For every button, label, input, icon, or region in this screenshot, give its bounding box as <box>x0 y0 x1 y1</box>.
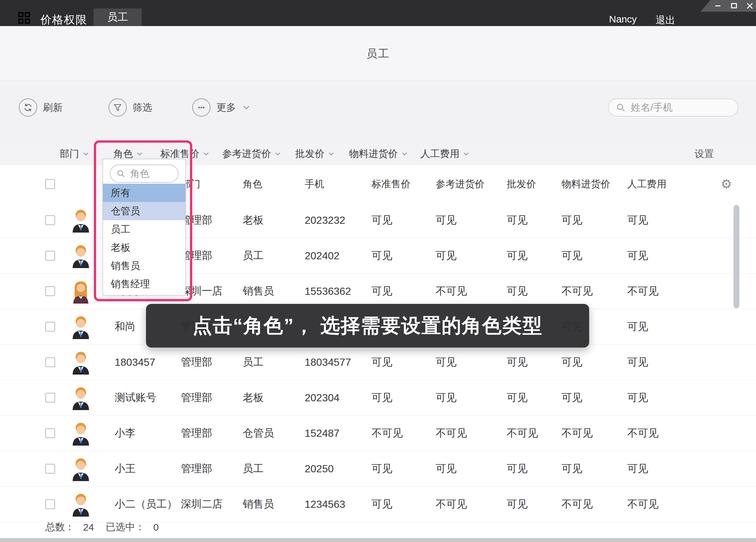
logout-button[interactable]: 退出 <box>656 14 675 27</box>
perm-value: 不可见 <box>507 426 538 440</box>
chevron-down-icon <box>402 152 407 156</box>
role-option-员工[interactable]: 员工 <box>103 220 185 239</box>
employee-role: 销售员 <box>243 497 274 511</box>
table-row[interactable]: 1803457 管理部 员工 18034577 可见 可见 可见 可见 可见 <box>0 344 756 380</box>
row-checkbox[interactable] <box>45 251 55 261</box>
close-button[interactable] <box>746 3 753 9</box>
row-checkbox[interactable] <box>45 393 55 403</box>
employee-name: 小李 <box>115 426 136 440</box>
user-name[interactable]: Nancy <box>609 14 637 25</box>
row-checkbox[interactable] <box>45 357 55 367</box>
filter-批发价[interactable]: 批发价 <box>295 147 334 161</box>
role-option-仓管员[interactable]: 仓管员 <box>103 202 185 220</box>
tab-employees[interactable]: 员工 <box>94 8 142 26</box>
employee-dept: 管理部 <box>181 390 212 405</box>
perm-value: 可见 <box>507 355 528 369</box>
table-row[interactable]: 小二（员工） 深圳二店 销售员 1234563 可见 不可见 可见 不可见 不可… <box>0 487 756 522</box>
filter-标准售价[interactable]: 标准售价 <box>160 147 209 161</box>
employee-name: 小王 <box>115 461 136 476</box>
role-option-list: 所有仓管员员工老板销售员销售经理 <box>103 184 185 293</box>
employee-role: 老板 <box>243 390 264 405</box>
perm-value: 可见 <box>507 249 528 263</box>
column-header-material_price: 物料进货价 <box>561 177 610 191</box>
row-checkbox[interactable] <box>45 322 55 331</box>
filter-角色[interactable]: 角色 <box>113 147 142 161</box>
employee-phone: 1234563 <box>305 498 345 510</box>
perm-value: 不可见 <box>627 497 659 511</box>
perm-value: 可见 <box>561 213 582 227</box>
vertical-scrollbar[interactable] <box>734 205 739 308</box>
more-label: 更多 <box>216 101 236 114</box>
perm-value: 可见 <box>561 390 582 405</box>
employee-phone: 2023232 <box>305 214 345 227</box>
row-checkbox[interactable] <box>45 215 55 225</box>
toolbar: 刷新 筛选 更多 <box>0 81 756 142</box>
topbar: 价格权限 员工 Nancy 退出 <box>0 0 756 26</box>
role-option-所有[interactable]: 所有 <box>103 184 185 202</box>
perm-value: 不可见 <box>561 497 593 511</box>
maximize-button[interactable] <box>731 3 738 9</box>
filter-label: 筛选 <box>133 101 152 114</box>
row-checkbox[interactable] <box>45 464 55 474</box>
row-checkbox[interactable] <box>45 286 55 296</box>
perm-value: 不可见 <box>561 426 593 440</box>
total-label: 总数： <box>45 520 75 534</box>
table-settings-gear-icon[interactable]: ⚙ <box>721 177 732 191</box>
chevron-down-icon <box>463 152 469 156</box>
filter-人工费用[interactable]: 人工费用 <box>420 147 469 161</box>
perm-value: 可见 <box>371 213 392 227</box>
search-icon <box>116 169 125 178</box>
perm-value: 可见 <box>436 461 457 476</box>
employee-name: 和尚 <box>115 319 136 334</box>
more-button[interactable]: 更多 <box>192 98 250 117</box>
table-row[interactable]: 小李 管理部 仓管员 152487 不可见 不可见 不可见 不可见 不可见 <box>0 416 756 451</box>
male-avatar <box>70 314 92 339</box>
employee-dept: 深圳一店 <box>181 284 223 298</box>
employee-name: 小二（员工） <box>115 497 177 511</box>
column-settings-button[interactable]: 设置 <box>694 147 714 161</box>
male-avatar <box>70 492 92 517</box>
role-dropdown-search[interactable] <box>110 165 179 183</box>
male-avatar <box>70 350 92 374</box>
table-row[interactable]: 小王 管理部 员工 20250 可见 可见 可见 可见 可见 <box>0 451 756 487</box>
perm-value: 不可见 <box>561 284 593 298</box>
employee-phone: 18034577 <box>305 356 351 368</box>
perm-value: 可见 <box>627 319 648 334</box>
search-icon <box>616 103 626 112</box>
role-dropdown: 所有仓管员员工老板销售员销售经理 <box>103 159 186 295</box>
ellipsis-icon <box>192 98 211 117</box>
page-header: 员工 <box>0 26 756 81</box>
chevron-down-icon <box>328 152 334 156</box>
column-header-role: 角色 <box>243 177 262 191</box>
row-checkbox[interactable] <box>45 499 55 509</box>
filter-物料进货价[interactable]: 物料进货价 <box>349 147 407 161</box>
perm-value: 可见 <box>507 461 528 476</box>
select-all-checkbox[interactable] <box>45 179 55 189</box>
perm-value: 可见 <box>561 249 582 263</box>
chevron-down-icon <box>137 152 142 156</box>
search-input[interactable] <box>630 102 729 113</box>
column-header-labor_cost: 人工费用 <box>627 177 666 191</box>
perm-value: 可见 <box>507 284 528 298</box>
minimize-button[interactable] <box>714 3 721 9</box>
male-avatar <box>70 421 92 446</box>
role-option-销售员[interactable]: 销售员 <box>103 257 185 275</box>
perm-value: 可见 <box>627 249 648 263</box>
employee-phone: 202402 <box>305 250 340 262</box>
employee-role: 仓管员 <box>243 426 274 440</box>
role-dropdown-search-input[interactable] <box>129 168 173 180</box>
filter-label: 标准售价 <box>160 147 199 161</box>
refresh-button[interactable]: 刷新 <box>19 98 63 117</box>
role-option-老板[interactable]: 老板 <box>103 239 185 257</box>
table-row[interactable]: 测试账号 管理部 老板 202304 可见 可见 可见 可见 可见 <box>0 380 756 416</box>
perm-value: 可见 <box>627 461 648 476</box>
search-box[interactable] <box>608 98 738 117</box>
filter-button[interactable]: 筛选 <box>109 98 152 117</box>
role-option-销售经理[interactable]: 销售经理 <box>103 275 185 293</box>
perm-value: 可见 <box>436 390 457 405</box>
instruction-tooltip: 点击“角色”， 选择需要设置的角色类型 <box>146 304 589 347</box>
row-checkbox[interactable] <box>45 428 55 438</box>
filter-部门[interactable]: 部门 <box>60 147 89 161</box>
perm-value: 可见 <box>371 249 392 263</box>
filter-参考进货价[interactable]: 参考进货价 <box>222 147 281 161</box>
